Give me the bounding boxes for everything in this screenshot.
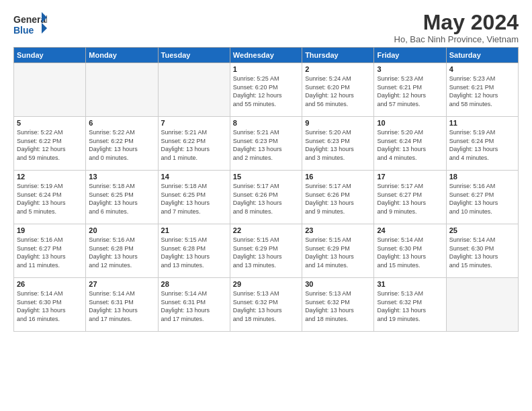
day-number: 8 — [233, 119, 299, 127]
day-cell: 25Sunrise: 5:14 AM Sunset: 6:30 PM Dayli… — [446, 224, 518, 278]
week-row-1: 1Sunrise: 5:25 AM Sunset: 6:20 PM Daylig… — [14, 63, 519, 117]
day-number: 28 — [161, 280, 227, 288]
day-cell: 28Sunrise: 5:14 AM Sunset: 6:31 PM Dayli… — [158, 278, 230, 332]
day-cell: 7Sunrise: 5:21 AM Sunset: 6:22 PM Daylig… — [158, 117, 230, 171]
day-number: 10 — [377, 119, 443, 127]
day-info: Sunrise: 5:17 AM Sunset: 6:26 PM Dayligh… — [233, 182, 299, 216]
day-cell: 6Sunrise: 5:22 AM Sunset: 6:22 PM Daylig… — [86, 117, 158, 171]
day-cell: 17Sunrise: 5:17 AM Sunset: 6:27 PM Dayli… — [374, 171, 446, 224]
day-cell: 4Sunrise: 5:23 AM Sunset: 6:21 PM Daylig… — [446, 63, 518, 117]
title-block: May 2024 Ho, Bac Ninh Province, Vietnam — [394, 11, 519, 44]
day-info: Sunrise: 5:20 AM Sunset: 6:24 PM Dayligh… — [377, 128, 443, 162]
day-cell: 11Sunrise: 5:19 AM Sunset: 6:24 PM Dayli… — [446, 117, 518, 171]
day-number: 7 — [161, 119, 227, 127]
day-number: 6 — [89, 119, 154, 127]
day-info: Sunrise: 5:22 AM Sunset: 6:22 PM Dayligh… — [89, 128, 154, 162]
day-number: 3 — [377, 65, 443, 73]
day-info: Sunrise: 5:21 AM Sunset: 6:22 PM Dayligh… — [161, 128, 227, 162]
day-number: 18 — [449, 173, 515, 181]
day-info: Sunrise: 5:19 AM Sunset: 6:24 PM Dayligh… — [449, 128, 515, 162]
col-thursday: Thursday — [302, 48, 374, 63]
day-number: 14 — [161, 173, 227, 181]
day-cell: 13Sunrise: 5:18 AM Sunset: 6:25 PM Dayli… — [86, 171, 158, 224]
col-sunday: Sunday — [14, 48, 86, 63]
day-cell: 2Sunrise: 5:24 AM Sunset: 6:20 PM Daylig… — [302, 63, 374, 117]
day-number: 23 — [305, 226, 371, 234]
day-info: Sunrise: 5:14 AM Sunset: 6:31 PM Dayligh… — [161, 289, 227, 323]
day-number: 26 — [17, 280, 83, 288]
day-info: Sunrise: 5:15 AM Sunset: 6:29 PM Dayligh… — [305, 236, 371, 269]
day-info: Sunrise: 5:14 AM Sunset: 6:30 PM Dayligh… — [377, 236, 443, 269]
day-cell: 27Sunrise: 5:14 AM Sunset: 6:31 PM Dayli… — [86, 278, 158, 332]
day-number: 19 — [17, 226, 83, 234]
day-number: 21 — [161, 226, 227, 234]
day-cell: 31Sunrise: 5:13 AM Sunset: 6:32 PM Dayli… — [374, 278, 446, 332]
week-row-3: 12Sunrise: 5:19 AM Sunset: 6:24 PM Dayli… — [14, 171, 519, 224]
day-cell: 26Sunrise: 5:14 AM Sunset: 6:30 PM Dayli… — [14, 278, 86, 332]
col-wednesday: Wednesday — [230, 48, 302, 63]
day-info: Sunrise: 5:16 AM Sunset: 6:27 PM Dayligh… — [17, 236, 83, 269]
day-info: Sunrise: 5:13 AM Sunset: 6:32 PM Dayligh… — [233, 289, 299, 323]
day-info: Sunrise: 5:18 AM Sunset: 6:25 PM Dayligh… — [89, 182, 154, 216]
day-info: Sunrise: 5:20 AM Sunset: 6:23 PM Dayligh… — [305, 128, 371, 162]
day-info: Sunrise: 5:18 AM Sunset: 6:25 PM Dayligh… — [161, 182, 227, 216]
day-info: Sunrise: 5:24 AM Sunset: 6:20 PM Dayligh… — [305, 75, 371, 108]
day-cell — [158, 63, 230, 117]
day-number: 5 — [17, 119, 83, 127]
day-cell: 19Sunrise: 5:16 AM Sunset: 6:27 PM Dayli… — [14, 224, 86, 278]
day-number: 13 — [89, 173, 154, 181]
day-number: 4 — [449, 65, 515, 73]
day-cell: 30Sunrise: 5:13 AM Sunset: 6:32 PM Dayli… — [302, 278, 374, 332]
day-number: 17 — [377, 173, 443, 181]
day-number: 11 — [449, 119, 515, 127]
day-number: 2 — [305, 65, 371, 73]
day-cell: 24Sunrise: 5:14 AM Sunset: 6:30 PM Dayli… — [374, 224, 446, 278]
day-cell — [86, 63, 158, 117]
day-cell: 16Sunrise: 5:17 AM Sunset: 6:26 PM Dayli… — [302, 171, 374, 224]
day-cell: 21Sunrise: 5:15 AM Sunset: 6:28 PM Dayli… — [158, 224, 230, 278]
day-info: Sunrise: 5:23 AM Sunset: 6:21 PM Dayligh… — [449, 75, 515, 108]
day-cell: 20Sunrise: 5:16 AM Sunset: 6:28 PM Dayli… — [86, 224, 158, 278]
col-saturday: Saturday — [446, 48, 518, 63]
day-number: 29 — [233, 280, 299, 288]
week-row-4: 19Sunrise: 5:16 AM Sunset: 6:27 PM Dayli… — [14, 224, 519, 278]
col-monday: Monday — [86, 48, 158, 63]
week-row-5: 26Sunrise: 5:14 AM Sunset: 6:30 PM Dayli… — [14, 278, 519, 332]
day-info: Sunrise: 5:15 AM Sunset: 6:29 PM Dayligh… — [233, 236, 299, 269]
day-info: Sunrise: 5:13 AM Sunset: 6:32 PM Dayligh… — [377, 289, 443, 323]
day-number: 31 — [377, 280, 443, 288]
day-info: Sunrise: 5:17 AM Sunset: 6:26 PM Dayligh… — [305, 182, 371, 216]
day-number: 22 — [233, 226, 299, 234]
day-cell: 18Sunrise: 5:16 AM Sunset: 6:27 PM Dayli… — [446, 171, 518, 224]
day-info: Sunrise: 5:21 AM Sunset: 6:23 PM Dayligh… — [233, 128, 299, 162]
day-info: Sunrise: 5:23 AM Sunset: 6:21 PM Dayligh… — [377, 75, 443, 108]
day-cell: 1Sunrise: 5:25 AM Sunset: 6:20 PM Daylig… — [230, 63, 302, 117]
day-number: 9 — [305, 119, 371, 127]
day-number: 20 — [89, 226, 154, 234]
month-year-title: May 2024 — [394, 11, 519, 34]
day-number: 30 — [305, 280, 371, 288]
day-cell: 5Sunrise: 5:22 AM Sunset: 6:22 PM Daylig… — [14, 117, 86, 171]
day-cell: 29Sunrise: 5:13 AM Sunset: 6:32 PM Dayli… — [230, 278, 302, 332]
day-info: Sunrise: 5:16 AM Sunset: 6:28 PM Dayligh… — [89, 236, 154, 269]
day-number: 16 — [305, 173, 371, 181]
day-cell: 12Sunrise: 5:19 AM Sunset: 6:24 PM Dayli… — [14, 171, 86, 224]
day-cell: 8Sunrise: 5:21 AM Sunset: 6:23 PM Daylig… — [230, 117, 302, 171]
day-cell — [446, 278, 518, 332]
day-info: Sunrise: 5:16 AM Sunset: 6:27 PM Dayligh… — [449, 182, 515, 216]
day-info: Sunrise: 5:15 AM Sunset: 6:28 PM Dayligh… — [161, 236, 227, 269]
header-row: Sunday Monday Tuesday Wednesday Thursday… — [14, 48, 519, 63]
col-tuesday: Tuesday — [158, 48, 230, 63]
day-cell — [14, 63, 86, 117]
day-info: Sunrise: 5:25 AM Sunset: 6:20 PM Dayligh… — [233, 75, 299, 108]
svg-text:Blue: Blue — [13, 25, 34, 36]
day-cell: 14Sunrise: 5:18 AM Sunset: 6:25 PM Dayli… — [158, 171, 230, 224]
day-cell: 3Sunrise: 5:23 AM Sunset: 6:21 PM Daylig… — [374, 63, 446, 117]
page-container: General Blue May 2024 Ho, Bac Ninh Provi… — [0, 0, 532, 338]
header: General Blue May 2024 Ho, Bac Ninh Provi… — [13, 11, 519, 44]
day-info: Sunrise: 5:14 AM Sunset: 6:30 PM Dayligh… — [449, 236, 515, 269]
day-number: 25 — [449, 226, 515, 234]
day-number: 12 — [17, 173, 83, 181]
location-subtitle: Ho, Bac Ninh Province, Vietnam — [394, 34, 519, 44]
day-cell: 9Sunrise: 5:20 AM Sunset: 6:23 PM Daylig… — [302, 117, 374, 171]
